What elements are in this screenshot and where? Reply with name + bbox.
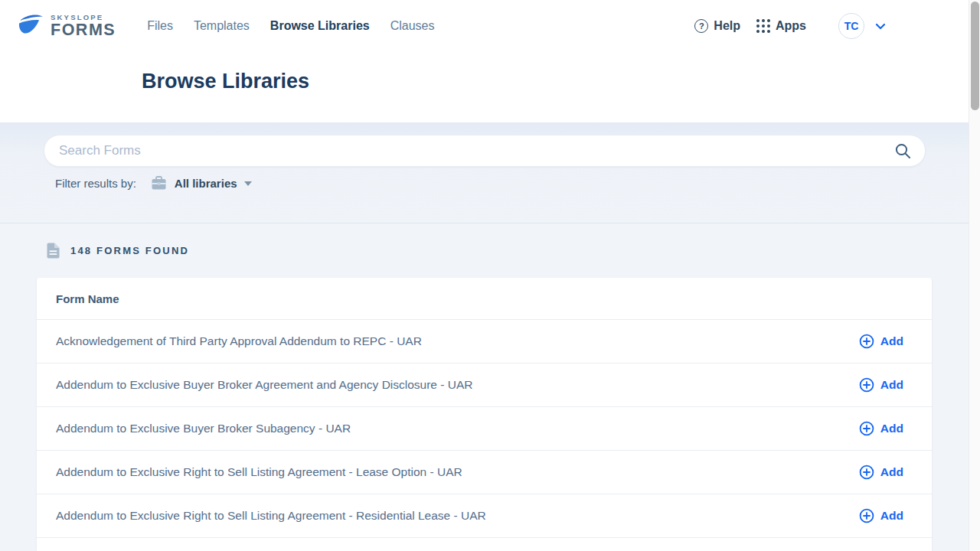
caret-down-icon	[244, 181, 252, 186]
results-count: 148 FORMS FOUND	[70, 245, 189, 256]
plus-circle-icon	[859, 465, 874, 480]
table-row[interactable]: Addendum to Exclusive Right to Sell List…	[37, 450, 932, 494]
search-input[interactable]	[44, 135, 888, 166]
form-name: Acknowledgement of Third Party Approval …	[56, 334, 859, 348]
document-icon	[47, 243, 60, 259]
logo-text: SKYSLOPE FORMS	[51, 14, 116, 38]
help-icon: ?	[694, 19, 708, 33]
table-row[interactable]: Addendum to Exclusive Buyer Broker Subag…	[37, 406, 932, 450]
column-form-name: Form Name	[56, 292, 119, 305]
logo-forms-label: FORMS	[51, 22, 116, 39]
add-label: Add	[880, 334, 903, 348]
plus-circle-icon	[859, 508, 874, 523]
scrollbar-thumb[interactable]	[971, 2, 979, 110]
form-name: Addendum to Exclusive Buyer Broker Agree…	[56, 378, 859, 392]
filter-label: Filter results by:	[55, 177, 136, 190]
help-label: Help	[714, 19, 740, 33]
add-form-button[interactable]: Add	[859, 334, 903, 349]
briefcase-icon	[151, 176, 167, 191]
nav-item-templates[interactable]: Templates	[194, 19, 250, 33]
form-name: Addendum to Exclusive Right to Sell List…	[56, 465, 859, 479]
forms-table: Form Name Acknowledgement of Third Party…	[37, 278, 932, 551]
add-form-button[interactable]: Add	[859, 377, 903, 393]
nav-item-files[interactable]: Files	[147, 19, 173, 33]
header: SKYSLOPE FORMS Files Templates Browse Li…	[0, 0, 969, 122]
apps-grid-icon	[756, 19, 770, 33]
app-window: SKYSLOPE FORMS Files Templates Browse Li…	[0, 0, 969, 551]
chevron-down-icon	[875, 23, 886, 30]
plus-circle-icon	[859, 377, 874, 393]
add-label: Add	[880, 509, 903, 523]
search-filter-section: Filter results by: All libraries	[0, 122, 969, 223]
nav-item-clauses[interactable]: Clauses	[390, 19, 435, 33]
table-row[interactable]: Acknowledgement of Third Party Approval …	[37, 319, 932, 363]
filter-row: Filter results by: All libraries	[55, 176, 252, 191]
nav-item-browse-libraries[interactable]: Browse Libraries	[270, 19, 370, 33]
form-name: Addendum to Exclusive Right to Sell List…	[56, 509, 859, 523]
add-label: Add	[880, 378, 903, 392]
table-row[interactable]: Addendum to Exclusive Right to Sell List…	[37, 494, 932, 537]
apps-label: Apps	[776, 19, 806, 33]
add-form-button[interactable]: Add	[859, 508, 903, 523]
table-row[interactable]: Addendum to Exclusive Buyer Broker Agree…	[37, 363, 932, 406]
plus-circle-icon	[859, 421, 874, 436]
search-submit-button[interactable]	[888, 142, 925, 160]
add-label: Add	[880, 422, 903, 435]
table-header: Form Name	[37, 278, 932, 319]
topbar-right: ? Help Apps TC	[694, 13, 969, 39]
add-form-button[interactable]: Add	[859, 465, 903, 480]
add-label: Add	[880, 465, 903, 479]
skyslope-forms-logo[interactable]: SKYSLOPE FORMS	[17, 11, 116, 41]
account-menu-toggle[interactable]	[875, 23, 886, 30]
plus-circle-icon	[859, 334, 874, 349]
avatar[interactable]: TC	[838, 13, 864, 39]
main-nav: Files Templates Browse Libraries Clauses	[147, 19, 434, 33]
help-button[interactable]: ? Help	[694, 19, 740, 33]
library-filter-dropdown[interactable]: All libraries	[151, 176, 252, 191]
add-form-button[interactable]: Add	[859, 421, 903, 436]
form-name: Addendum to Exclusive Buyer Broker Subag…	[56, 422, 859, 435]
search-icon	[894, 142, 912, 160]
vertical-scrollbar[interactable]	[969, 0, 980, 551]
page-title: Browse Libraries	[142, 70, 309, 93]
table-row-partial	[37, 537, 932, 549]
apps-button[interactable]: Apps	[756, 19, 806, 33]
results-header: 148 FORMS FOUND	[47, 243, 189, 259]
skyslope-swoosh-icon	[17, 13, 46, 41]
library-filter-value: All libraries	[175, 177, 237, 190]
search-bar	[44, 135, 926, 167]
top-navigation-bar: SKYSLOPE FORMS Files Templates Browse Li…	[0, 0, 969, 52]
